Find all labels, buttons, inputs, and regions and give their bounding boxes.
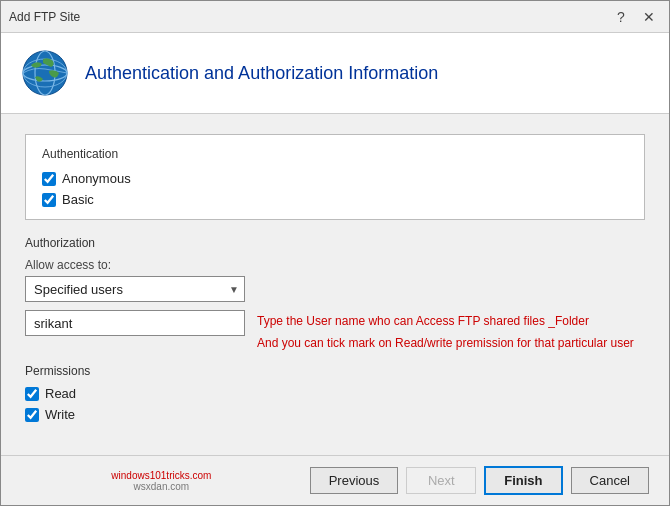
anonymous-row: Anonymous — [42, 171, 628, 186]
basic-checkbox[interactable] — [42, 193, 56, 207]
main-window: Add FTP Site ? ✕ Authentication and Auth… — [0, 0, 670, 506]
finish-button[interactable]: Finish — [484, 466, 562, 495]
basic-row: Basic — [42, 192, 628, 207]
cancel-button[interactable]: Cancel — [571, 467, 649, 494]
header-title: Authentication and Authorization Informa… — [85, 63, 438, 84]
allow-access-dropdown[interactable]: All Users Anonymous users Specified role… — [25, 276, 245, 302]
basic-label: Basic — [62, 192, 94, 207]
read-row: Read — [25, 386, 645, 401]
read-label: Read — [45, 386, 76, 401]
content-area: Authentication Anonymous Basic Authoriza… — [1, 114, 669, 455]
close-button[interactable]: ✕ — [637, 5, 661, 29]
anonymous-label: Anonymous — [62, 171, 131, 186]
dropdown-wrapper: All Users Anonymous users Specified role… — [25, 276, 245, 302]
read-checkbox[interactable] — [25, 387, 39, 401]
titlebar: Add FTP Site ? ✕ — [1, 1, 669, 33]
globe-icon — [21, 49, 69, 97]
hint-text-1: Type the User name who can Access FTP sh… — [257, 312, 645, 330]
svg-point-0 — [23, 51, 67, 95]
header-area: Authentication and Authorization Informa… — [1, 33, 669, 114]
permissions-section: Permissions Read Write — [25, 364, 645, 422]
authentication-group: Authentication Anonymous Basic — [25, 134, 645, 220]
permissions-title: Permissions — [25, 364, 645, 378]
footer: windows101tricks.com wsxdan.com Previous… — [1, 455, 669, 505]
authentication-title: Authentication — [42, 147, 628, 161]
anonymous-checkbox[interactable] — [42, 172, 56, 186]
write-label: Write — [45, 407, 75, 422]
titlebar-controls: ? ✕ — [609, 5, 661, 29]
watermark2: wsxdan.com — [134, 481, 190, 492]
next-button[interactable]: Next — [406, 467, 476, 494]
help-button[interactable]: ? — [609, 5, 633, 29]
username-input[interactable] — [25, 310, 245, 336]
allow-access-label: Allow access to: — [25, 258, 645, 272]
authorization-title: Authorization — [25, 236, 645, 250]
authorization-section: Authorization Allow access to: All Users… — [25, 236, 645, 352]
previous-button[interactable]: Previous — [310, 467, 399, 494]
watermark1: windows101tricks.com — [111, 470, 211, 481]
write-row: Write — [25, 407, 645, 422]
write-checkbox[interactable] — [25, 408, 39, 422]
hint-text-2: And you can tick mark on Read/write prem… — [257, 334, 645, 352]
window-title: Add FTP Site — [9, 10, 609, 24]
